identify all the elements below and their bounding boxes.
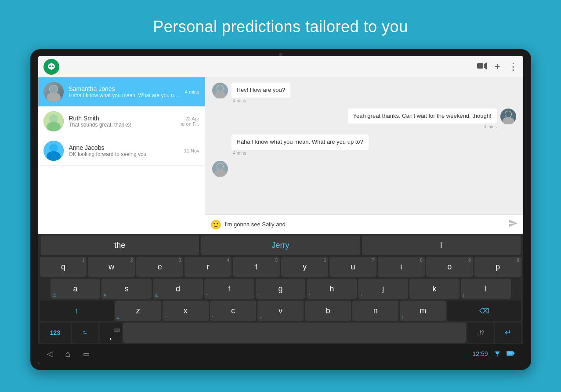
key-h[interactable]: 'h xyxy=(307,279,357,299)
top-bar-icons: + ⋮ xyxy=(477,61,518,73)
suggestions-row: the Jerry l xyxy=(40,236,521,255)
contact-time-samantha: 4 mins xyxy=(185,89,199,94)
key-p[interactable]: 0p xyxy=(474,257,521,277)
msg-text-1: Hey! How are you? xyxy=(232,83,291,98)
key-comma[interactable]: ⌨ , xyxy=(100,323,122,343)
key-shift[interactable]: ↑ xyxy=(40,301,114,321)
battery-icon xyxy=(507,350,514,357)
contact-info-ruth: Ruth Smith That sounds great, thanks! xyxy=(69,115,173,128)
key-g[interactable]: "g xyxy=(256,279,306,299)
msg-avatar-2 xyxy=(500,109,516,124)
nav-bar-right: 12:59 xyxy=(472,350,514,358)
key-i[interactable]: 8i xyxy=(378,257,425,277)
contact-info-anne: Anne Jacobs OK looking forward to seeing… xyxy=(69,144,181,157)
send-button[interactable] xyxy=(508,218,518,230)
contact-item-anne[interactable]: Anne Jacobs OK looking forward to seeing… xyxy=(38,136,205,166)
contact-item-ruth[interactable]: Ruth Smith That sounds great, thanks! 22… xyxy=(38,107,205,136)
key-b[interactable]: b xyxy=(305,301,351,321)
contact-item-samantha[interactable]: Samantha Jones Haha I know what you mean… xyxy=(38,77,205,107)
key-n[interactable]: ;n xyxy=(352,301,398,321)
contact-info-samantha: Samantha Jones Haha I know what you mean… xyxy=(69,85,182,98)
message-row-2: Yeah great thanks. Can't wait for the we… xyxy=(212,109,516,129)
key-row-4: 123 ≈ ⌨ , .,!? ↵ xyxy=(40,323,521,343)
contact-name-anne: Anne Jacobs xyxy=(69,144,181,151)
svg-marker-3 xyxy=(51,69,52,70)
key-x[interactable]: "x xyxy=(163,301,209,321)
key-c[interactable]: 'c xyxy=(210,301,256,321)
video-icon[interactable] xyxy=(477,62,487,72)
tablet-frame: + ⋮ Sam xyxy=(30,49,531,370)
message-row-1: Hey! How are you? 4 mins xyxy=(212,83,516,103)
svg-point-24 xyxy=(496,355,498,356)
suggestion-left[interactable]: the xyxy=(41,236,199,255)
key-r[interactable]: 4r xyxy=(185,257,232,277)
add-icon[interactable]: + xyxy=(495,61,500,73)
contact-preview-anne: OK looking forward to seeing you xyxy=(69,151,181,157)
app-area: Samantha Jones Haha I know what you mean… xyxy=(38,77,523,234)
back-button[interactable]: ◁ xyxy=(47,349,53,359)
svg-point-0 xyxy=(48,63,55,69)
key-y[interactable]: 6y xyxy=(281,257,328,277)
svg-rect-4 xyxy=(477,63,483,69)
msg-time-2: 4 mins xyxy=(348,124,497,129)
svg-point-17 xyxy=(217,85,223,91)
key-swipe[interactable]: ≈ xyxy=(72,323,98,343)
key-row-1: 1q 2w 3e 4r 5t 6y 7u 8i 9o 0p xyxy=(40,257,521,277)
more-icon[interactable]: ⋮ xyxy=(508,61,518,73)
svg-point-1 xyxy=(49,65,51,67)
svg-point-23 xyxy=(217,163,223,170)
nav-bar: ◁ ⌂ ▭ 12:59 xyxy=(38,344,523,364)
tablet-camera xyxy=(279,53,282,56)
key-a[interactable]: @a xyxy=(51,279,101,299)
key-v[interactable]: -v xyxy=(257,301,304,321)
svg-point-16 xyxy=(214,91,226,98)
key-backspace[interactable]: ⌫ xyxy=(447,301,521,321)
msg-time-1: 4 mins xyxy=(232,98,291,103)
key-row-2: @a #s &d *f "g 'h +j =k (l xyxy=(40,279,521,299)
key-j[interactable]: +j xyxy=(358,279,408,299)
emoji-button[interactable]: 🙂 xyxy=(210,219,221,230)
nav-time: 12:59 xyxy=(472,350,488,357)
contact-preview-ruth: That sounds great, thanks! xyxy=(69,122,173,128)
key-space[interactable] xyxy=(123,323,466,343)
message-row-4 xyxy=(212,161,516,177)
recents-button[interactable]: ▭ xyxy=(83,350,90,358)
msg-bubble-1: Hey! How are you? 4 mins xyxy=(232,83,291,103)
page-title: Personal predictions tailored to you xyxy=(153,18,408,36)
key-k[interactable]: =k xyxy=(409,279,460,299)
msg-text-2: Yeah great thanks. Can't wait for the we… xyxy=(348,109,497,123)
key-q[interactable]: 1q xyxy=(40,257,87,277)
wifi-icon xyxy=(493,350,501,358)
key-t[interactable]: 5t xyxy=(233,257,280,277)
key-123[interactable]: 123 xyxy=(40,323,71,343)
suggestion-center[interactable]: Jerry xyxy=(201,236,360,255)
key-f[interactable]: *f xyxy=(204,279,254,299)
key-m[interactable]: /m xyxy=(400,301,446,321)
key-l[interactable]: (l xyxy=(461,279,511,299)
avatar-samantha xyxy=(43,82,64,102)
key-d[interactable]: &d xyxy=(153,279,203,299)
top-bar: + ⋮ xyxy=(38,56,523,77)
chat-input[interactable] xyxy=(225,221,505,228)
key-punctuation[interactable]: .,!? xyxy=(467,323,494,343)
key-o[interactable]: 9o xyxy=(426,257,473,277)
hangouts-logo xyxy=(43,59,59,75)
key-w[interactable]: 2w xyxy=(88,257,135,277)
key-z[interactable]: £z xyxy=(115,301,161,321)
suggestion-divider-1 xyxy=(200,238,200,252)
key-e[interactable]: 3e xyxy=(136,257,183,277)
msg-avatar-1 xyxy=(212,83,228,98)
contact-time-anne: 11 Nov xyxy=(184,148,199,153)
msg-avatar-4 xyxy=(212,161,228,177)
svg-marker-5 xyxy=(484,62,487,69)
suggestion-right[interactable]: l xyxy=(362,236,521,255)
home-button[interactable]: ⌂ xyxy=(65,349,71,359)
contact-time-ruth-2: ne on F... xyxy=(179,121,199,127)
sidebar: Samantha Jones Haha I know what you mean… xyxy=(38,77,205,234)
key-u[interactable]: 7u xyxy=(329,257,376,277)
chat-input-area: 🙂 xyxy=(205,214,523,234)
key-s[interactable]: #s xyxy=(101,279,152,299)
message-row-3: Haha I know what you mean. What are you … xyxy=(212,134,516,155)
suggestion-divider-2 xyxy=(361,238,361,252)
key-enter[interactable]: ↵ xyxy=(495,323,521,343)
